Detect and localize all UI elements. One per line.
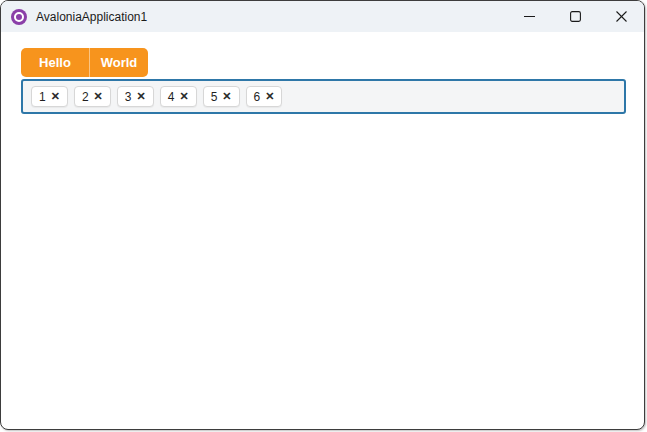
- window-title: AvaloniaApplication1: [36, 10, 147, 24]
- close-button[interactable]: [598, 1, 644, 32]
- maximize-icon: [570, 11, 581, 22]
- tag-remove-icon[interactable]: ✕: [179, 91, 188, 102]
- maximize-button[interactable]: [552, 1, 598, 32]
- tag-chip: 3 ✕: [117, 86, 154, 107]
- tag-remove-icon[interactable]: ✕: [265, 91, 274, 102]
- tag-label: 5: [211, 90, 218, 104]
- tag-chip: 2 ✕: [74, 86, 111, 107]
- close-icon: [616, 11, 627, 22]
- caption-buttons: [506, 1, 644, 32]
- tag-label: 1: [39, 90, 46, 104]
- tag-chip: 1 ✕: [31, 86, 68, 107]
- app-window: AvaloniaApplication1 Hello: [0, 0, 645, 430]
- world-button[interactable]: World: [89, 48, 148, 77]
- window-content: Hello World 1 ✕ 2 ✕ 3 ✕ 4 ✕ 5 ✕: [1, 32, 644, 114]
- tag-label: 3: [125, 90, 132, 104]
- title-bar[interactable]: AvaloniaApplication1: [1, 1, 644, 32]
- tag-remove-icon[interactable]: ✕: [94, 91, 103, 102]
- tag-label: 2: [82, 90, 89, 104]
- minimize-button[interactable]: [506, 1, 552, 32]
- tag-remove-icon[interactable]: ✕: [137, 91, 146, 102]
- avalonia-logo-icon: [11, 9, 27, 25]
- tag-chip: 4 ✕: [160, 86, 197, 107]
- hello-button[interactable]: Hello: [21, 48, 89, 77]
- tag-chip: 6 ✕: [246, 86, 283, 107]
- tag-input[interactable]: 1 ✕ 2 ✕ 3 ✕ 4 ✕ 5 ✕ 6 ✕: [21, 79, 626, 114]
- tag-label: 4: [168, 90, 175, 104]
- tag-remove-icon[interactable]: ✕: [51, 91, 60, 102]
- minimize-icon: [524, 11, 535, 22]
- tag-remove-icon[interactable]: ✕: [222, 91, 231, 102]
- hello-world-split-button: Hello World: [21, 48, 148, 77]
- tag-chip: 5 ✕: [203, 86, 240, 107]
- tag-label: 6: [254, 90, 261, 104]
